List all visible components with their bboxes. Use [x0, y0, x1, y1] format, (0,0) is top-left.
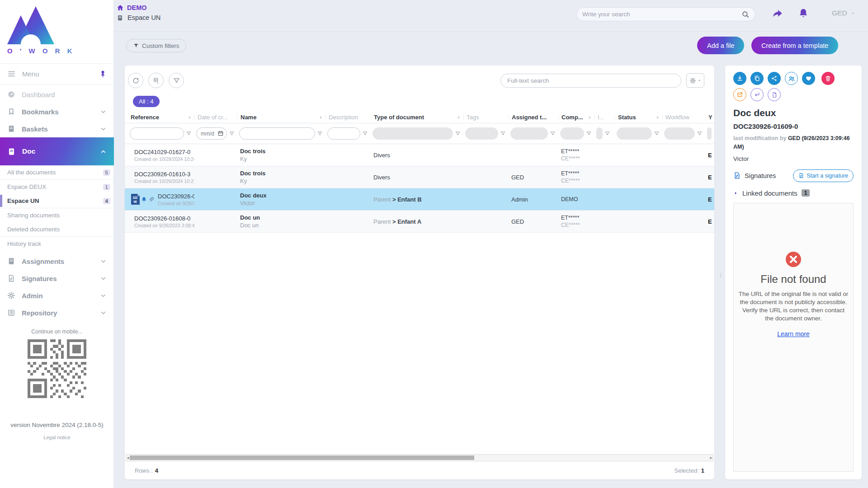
- all-count-badge[interactable]: All : 4: [133, 96, 160, 107]
- sidebar-item-doc-active[interactable]: Doc: [0, 137, 114, 165]
- learn-more-link[interactable]: Learn more: [777, 330, 810, 338]
- columns-button[interactable]: [148, 73, 164, 88]
- column-header-i[interactable]: I...: [594, 114, 615, 121]
- funnel-icon[interactable]: [654, 131, 660, 136]
- scroll-left-arrow[interactable]: ◄: [126, 455, 130, 461]
- column-header-clipped[interactable]: Y: [705, 114, 714, 121]
- column-header-tags[interactable]: Tags: [463, 114, 509, 121]
- column-header-type[interactable]: Type of document: [371, 114, 463, 121]
- notifications-bell-icon[interactable]: [798, 8, 809, 19]
- filter-button[interactable]: [169, 73, 184, 88]
- sidebar-subitem-history-track[interactable]: History track: [0, 237, 114, 251]
- filter-status-select[interactable]: [617, 127, 652, 140]
- sidebar-item-baskets[interactable]: Baskets: [0, 120, 114, 137]
- filter-tags-select[interactable]: [465, 127, 498, 140]
- horizontal-scrollbar[interactable]: ◄ ►: [126, 454, 713, 461]
- filter-reference-input[interactable]: [130, 127, 184, 140]
- scroll-right-arrow[interactable]: ►: [709, 455, 713, 461]
- table-row[interactable]: PDF DOC230926-01610-3 Created on 10/29/2…: [125, 166, 714, 188]
- global-search-input[interactable]: [582, 11, 741, 18]
- sort-arrow-icon[interactable]: [187, 115, 193, 120]
- funnel-icon[interactable]: [362, 131, 368, 136]
- top-header: DEMO Espace UN GED: [114, 0, 868, 32]
- subitem-label: All the documents: [7, 169, 103, 176]
- table-row-selected[interactable]: w DOC230926-01609-0 Created on 9/26/2023…: [125, 188, 714, 211]
- sidebar-item-signatures[interactable]: Signatures: [0, 270, 114, 287]
- column-header-name[interactable]: Name: [237, 114, 326, 121]
- funnel-icon[interactable]: [604, 131, 610, 136]
- filter-type-select[interactable]: [373, 127, 453, 140]
- download-button[interactable]: [733, 72, 746, 85]
- search-icon[interactable]: [741, 10, 750, 19]
- column-header-company[interactable]: Comp...: [558, 114, 594, 121]
- sort-arrow-icon[interactable]: [655, 115, 660, 120]
- sidebar-subitem-espace-deux[interactable]: Espace DEUX 1: [0, 180, 114, 194]
- funnel-icon[interactable]: [586, 131, 592, 136]
- filter-assigned-select[interactable]: [510, 127, 548, 140]
- sidebar-subitem-all-documents[interactable]: All the documents 5: [0, 165, 114, 179]
- column-header-description[interactable]: Description: [326, 114, 371, 121]
- funnel-icon[interactable]: [697, 131, 703, 136]
- panel-resize-handle[interactable]: ⁞: [718, 267, 722, 283]
- start-signature-button[interactable]: Start a signature: [793, 169, 854, 182]
- refresh-button[interactable]: [128, 73, 143, 88]
- table-settings-button[interactable]: [686, 73, 704, 88]
- filter-name-input[interactable]: [239, 127, 315, 140]
- open-external-button[interactable]: [733, 88, 746, 101]
- filter-company-select[interactable]: [560, 127, 584, 140]
- manage-users-button[interactable]: [785, 72, 798, 85]
- linked-documents-toggle[interactable]: Linked documents 1: [733, 189, 854, 197]
- delete-button[interactable]: [821, 72, 835, 85]
- column-header-reference[interactable]: Reference: [128, 114, 194, 121]
- funnel-icon[interactable]: [229, 131, 235, 136]
- user-menu[interactable]: GED: [832, 9, 856, 17]
- return-button[interactable]: [750, 88, 764, 101]
- clipped-cell: E: [705, 218, 714, 225]
- scrollbar-thumb[interactable]: [130, 455, 474, 460]
- create-from-template-button[interactable]: Create from a template: [751, 37, 838, 54]
- favorite-button[interactable]: [802, 72, 815, 85]
- document-reference: DOC241029-01627-0: [134, 149, 194, 155]
- table-row[interactable]: PDF DOC241029-01627-0 Created on 10/29/2…: [125, 144, 714, 166]
- funnel-icon[interactable]: [500, 131, 506, 136]
- sidebar-subitem-deleted-documents[interactable]: Deleted documents: [0, 222, 114, 236]
- column-header-date[interactable]: Date of cr...: [194, 114, 237, 121]
- menu-toggle[interactable]: Menu: [0, 64, 114, 84]
- calendar-icon[interactable]: [217, 130, 224, 136]
- duplicate-button[interactable]: [750, 72, 764, 85]
- app-logo[interactable]: O ' W O R K: [7, 5, 107, 55]
- funnel-icon[interactable]: [550, 131, 556, 136]
- funnel-icon[interactable]: [317, 131, 323, 136]
- sidebar-item-dashboard[interactable]: Dashboard: [0, 86, 114, 103]
- sidebar-item-bookmarks[interactable]: Bookmarks: [0, 103, 114, 120]
- document-reference: DOC230926-01609-0: [158, 193, 194, 200]
- filter-i-select[interactable]: [596, 127, 603, 140]
- custom-filters-button[interactable]: Custom filters: [126, 39, 186, 52]
- sort-arrow-icon[interactable]: [587, 115, 593, 120]
- share-button[interactable]: [768, 72, 781, 85]
- sidebar-item-repository[interactable]: Repository: [0, 304, 114, 321]
- filter-description-input[interactable]: [327, 127, 360, 140]
- filter-workflow-select[interactable]: [664, 127, 695, 140]
- share-forward-icon[interactable]: [772, 8, 783, 19]
- filter-clipped-select[interactable]: [707, 127, 712, 140]
- sidebar-subitem-sharing-documents[interactable]: Sharing documents: [0, 208, 114, 222]
- column-header-workflow[interactable]: Workflow: [662, 114, 705, 121]
- document-properties-button[interactable]: [768, 88, 781, 101]
- pin-sidebar-icon[interactable]: [99, 70, 107, 78]
- fulltext-search-input[interactable]: [507, 77, 675, 84]
- sidebar-item-assignments[interactable]: Assignments: [0, 253, 114, 270]
- add-file-button[interactable]: Add a file: [697, 37, 744, 54]
- sidebar-subitem-espace-un[interactable]: Espace UN 4: [0, 194, 114, 208]
- sort-arrow-icon[interactable]: [318, 115, 324, 120]
- document-name: Doc un: [240, 214, 323, 221]
- funnel-icon[interactable]: [455, 131, 461, 136]
- breadcrumb-root[interactable]: DEMO: [117, 4, 160, 11]
- sort-arrow-icon[interactable]: [456, 115, 462, 120]
- column-header-status[interactable]: Status: [615, 114, 662, 121]
- table-row[interactable]: PDF DOC230926-01608-0 Created on 9/26/20…: [125, 211, 714, 233]
- column-header-assigned[interactable]: Assigned t...: [509, 114, 558, 121]
- legal-notice-link[interactable]: Legal notice: [0, 435, 114, 440]
- sidebar-item-admin[interactable]: Admin: [0, 287, 114, 304]
- funnel-icon[interactable]: [186, 131, 192, 136]
